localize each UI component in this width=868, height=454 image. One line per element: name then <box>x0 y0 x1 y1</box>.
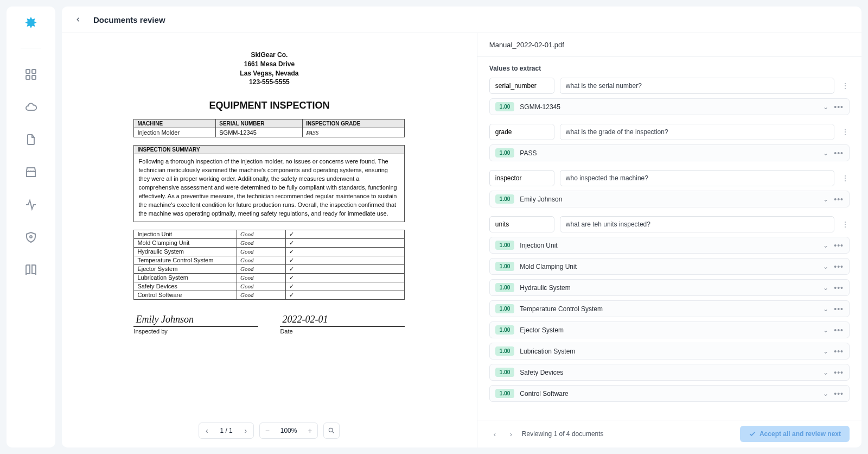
value-text: Mold Clamping Unit <box>520 263 818 270</box>
field-block: ⋮ 1.00 SGMM-12345 ⌄ ••• <box>489 78 850 115</box>
zoom-level: 100% <box>275 427 303 434</box>
expand-button[interactable]: ⌄ <box>823 196 828 203</box>
field-question-input[interactable] <box>560 78 834 94</box>
zoom-out-button[interactable]: − <box>260 423 275 438</box>
svg-point-5 <box>329 428 333 432</box>
extract-footer: ‹ › Reviewing 1 of 4 documents Accept al… <box>477 420 861 447</box>
confidence-badge: 1.00 <box>495 389 514 398</box>
search-icon <box>328 427 335 434</box>
value-menu-button[interactable]: ••• <box>834 283 844 292</box>
apps-icon[interactable] <box>24 68 37 81</box>
value-menu-button[interactable]: ••• <box>834 241 844 250</box>
value-text: Injection Unit <box>520 242 818 249</box>
signature-inspector: Emily Johnson <box>133 314 258 327</box>
value-menu-button[interactable]: ••• <box>834 103 844 111</box>
back-button[interactable] <box>72 13 85 26</box>
review-next-button[interactable]: › <box>506 428 516 439</box>
expand-button[interactable]: ⌄ <box>823 305 828 313</box>
search-button[interactable] <box>324 423 339 438</box>
review-prev-button[interactable]: ‹ <box>489 428 500 439</box>
value-row: 1.00 SGMM-12345 ⌄ ••• <box>489 98 850 115</box>
zoom-in-button[interactable]: + <box>302 423 317 438</box>
org-block: SkiGear Co. 1661 Mesa Drive Las Vegas, N… <box>133 51 405 87</box>
svg-rect-1 <box>32 70 36 73</box>
field-name-input[interactable] <box>489 170 554 186</box>
review-progress: Reviewing 1 of 4 documents <box>522 430 604 438</box>
field-block: ⋮ 1.00 Emily Johnson ⌄ ••• <box>489 170 850 207</box>
value-menu-button[interactable]: ••• <box>834 347 844 356</box>
value-row: 1.00 Mold Clamping Unit ⌄ ••• <box>489 258 850 275</box>
field-block: ⋮ 1.00 PASS ⌄ ••• <box>489 124 850 161</box>
field-menu-button[interactable]: ⋮ <box>840 220 850 229</box>
value-row: 1.00 PASS ⌄ ••• <box>489 144 850 161</box>
extract-pane: Manual_2022-02-01.pdf Values to extract … <box>477 33 861 447</box>
accept-all-button[interactable]: Accept all and review next <box>740 426 850 442</box>
value-text: Temperature Control System <box>520 305 818 313</box>
value-text: Hydraulic System <box>520 284 818 292</box>
value-row: 1.00 Lubrication System ⌄ ••• <box>489 343 850 360</box>
confidence-badge: 1.00 <box>495 241 514 250</box>
topbar: Documents review <box>62 7 861 33</box>
page-next-button[interactable]: › <box>238 423 253 438</box>
expand-button[interactable]: ⌄ <box>823 326 828 334</box>
confidence-badge: 1.00 <box>495 325 514 335</box>
book-icon[interactable] <box>24 263 37 276</box>
value-menu-button[interactable]: ••• <box>834 149 844 157</box>
svg-point-4 <box>30 236 32 238</box>
confidence-badge: 1.00 <box>495 262 514 271</box>
page-title: Documents review <box>93 15 165 24</box>
snowflake-logo-icon <box>21 15 41 35</box>
confidence-badge: 1.00 <box>495 283 514 292</box>
field-name-input[interactable] <box>489 124 554 140</box>
value-text: Safety Devices <box>520 369 818 376</box>
checks-table: Injection UnitGood✓Mold Clamping UnitGoo… <box>133 230 405 300</box>
field-question-input[interactable] <box>560 216 834 232</box>
document-pane: SkiGear Co. 1661 Mesa Drive Las Vegas, N… <box>62 33 477 447</box>
value-text: Lubrication System <box>520 348 818 355</box>
document-icon[interactable] <box>24 133 37 146</box>
field-menu-button[interactable]: ⋮ <box>840 128 850 136</box>
expand-button[interactable]: ⌄ <box>823 242 828 249</box>
shield-icon[interactable] <box>24 231 37 244</box>
file-name: Manual_2022-02-01.pdf <box>477 33 861 57</box>
value-menu-button[interactable]: ••• <box>834 326 844 335</box>
expand-button[interactable]: ⌄ <box>823 390 828 398</box>
store-icon[interactable] <box>24 166 37 179</box>
section-label: Values to extract <box>489 65 850 72</box>
value-menu-button[interactable]: ••• <box>834 368 844 377</box>
field-block: ⋮ 1.00 Injection Unit ⌄ ••• 1.00 Mold Cl… <box>489 216 850 402</box>
sidebar <box>7 7 55 447</box>
cloud-icon[interactable] <box>24 100 37 114</box>
expand-button[interactable]: ⌄ <box>823 263 828 270</box>
value-menu-button[interactable]: ••• <box>834 305 844 313</box>
activity-icon[interactable] <box>24 198 37 211</box>
field-name-input[interactable] <box>489 216 554 232</box>
value-menu-button[interactable]: ••• <box>834 262 844 271</box>
value-row: 1.00 Emily Johnson ⌄ ••• <box>489 191 850 207</box>
expand-button[interactable]: ⌄ <box>823 284 828 292</box>
header-table: MACHINESERIAL NUMBERINSPECTION GRADE Inj… <box>133 119 405 137</box>
field-menu-button[interactable]: ⋮ <box>840 81 850 90</box>
value-menu-button[interactable]: ••• <box>834 195 844 204</box>
signature-date: 2022-02-01 <box>280 314 405 327</box>
value-menu-button[interactable]: ••• <box>834 389 844 398</box>
svg-rect-2 <box>26 75 30 79</box>
summary-label: INSPECTION SUMMARY <box>133 145 405 154</box>
confidence-badge: 1.00 <box>495 102 514 111</box>
field-menu-button[interactable]: ⋮ <box>840 174 850 182</box>
field-question-input[interactable] <box>560 124 834 140</box>
expand-button[interactable]: ⌄ <box>823 103 828 111</box>
expand-button[interactable]: ⌄ <box>823 369 828 376</box>
page-indicator: 1 / 1 <box>214 427 238 434</box>
check-icon <box>749 430 756 438</box>
expand-button[interactable]: ⌄ <box>823 348 828 355</box>
field-name-input[interactable] <box>489 78 554 94</box>
value-text: Ejector System <box>520 326 818 334</box>
expand-button[interactable]: ⌄ <box>823 149 828 157</box>
summary-text: Following a thorough inspection of the i… <box>133 154 405 222</box>
field-question-input[interactable] <box>560 170 834 186</box>
value-text: Emily Johnson <box>520 196 818 203</box>
value-row: 1.00 Temperature Control System ⌄ ••• <box>489 300 850 317</box>
page-prev-button[interactable]: ‹ <box>199 423 214 438</box>
confidence-badge: 1.00 <box>495 368 514 377</box>
